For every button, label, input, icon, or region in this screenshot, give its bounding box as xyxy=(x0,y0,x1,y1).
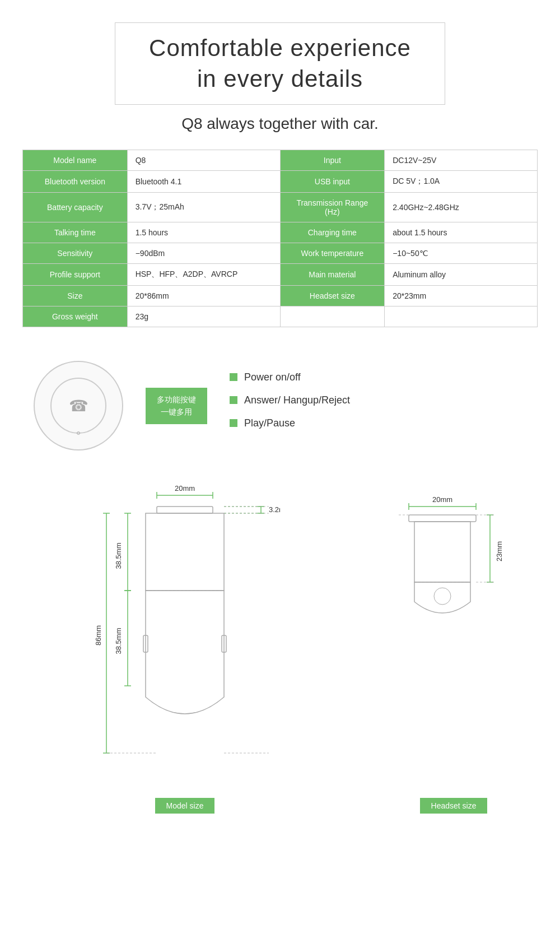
headset-size-label: Headset size xyxy=(420,798,488,814)
green-bullet xyxy=(230,373,237,381)
spec-label: Work temperature xyxy=(280,243,385,264)
spec-label: Sensitivity xyxy=(23,243,128,264)
table-row: Profile support HSP、HFP、A2DP、AVRCP Main … xyxy=(23,264,538,286)
spec-label: Charging time xyxy=(280,222,385,243)
table-row: Gross weight 23g xyxy=(23,306,538,327)
spec-label: Size xyxy=(23,286,128,306)
spec-label: Input xyxy=(280,150,385,171)
spec-label: Profile support xyxy=(23,264,128,286)
spec-value: DC12V~25V xyxy=(385,150,538,171)
list-item: Answer/ Hangup/Reject xyxy=(230,394,526,406)
spec-value: about 1.5 hours xyxy=(385,222,538,243)
svg-rect-23 xyxy=(146,513,224,591)
spec-value: 20*23mm xyxy=(385,286,538,306)
title-box: Comfortable experience in every details xyxy=(115,22,445,105)
spec-value: HSP、HFP、A2DP、AVRCP xyxy=(127,264,280,286)
feature-text: Play/Pause xyxy=(244,417,295,429)
subtitle: Q8 always together with car. xyxy=(11,115,549,133)
svg-text:23mm: 23mm xyxy=(495,541,503,561)
svg-text:38.5mm: 38.5mm xyxy=(114,628,123,654)
spec-value: DC 5V；1.0A xyxy=(385,171,538,193)
spec-value: −90dBm xyxy=(127,243,280,264)
dimensions-section: 20mm 3.2mm 38.5mm 38.5mm 86mm xyxy=(0,467,560,836)
spec-value: Aluminum alloy xyxy=(385,264,538,286)
model-size-diagram: 20mm 3.2mm 38.5mm 38.5mm 86mm xyxy=(22,479,347,814)
spec-label: Main material xyxy=(280,264,385,286)
spec-label: Transmission Range (Hz) xyxy=(280,193,385,222)
spec-value: 2.40GHz~2.48GHz xyxy=(385,193,538,222)
spec-value: −10~50℃ xyxy=(385,243,538,264)
spec-label: Headset size xyxy=(280,286,385,306)
spec-value: Q8 xyxy=(127,150,280,171)
feature-text: Answer/ Hangup/Reject xyxy=(244,394,350,406)
header-section: Comfortable experience in every details … xyxy=(0,0,560,150)
specs-table: Model name Q8 Input DC12V~25V Bluetooth … xyxy=(22,150,538,327)
spec-value: 23g xyxy=(127,306,280,327)
svg-rect-40 xyxy=(414,522,470,582)
spec-value: 1.5 hours xyxy=(127,222,280,243)
list-item: Power on/off xyxy=(230,371,526,383)
list-item: Play/Pause xyxy=(230,417,526,429)
spec-label: Talking time xyxy=(23,222,128,243)
button-label-line1: 多功能按键 xyxy=(157,393,196,406)
button-label-line2: 一键多用 xyxy=(157,406,196,418)
features-section: ☎ 多功能按键 一键多用 Power on/off Answer/ Hangup… xyxy=(0,344,560,467)
spec-value: 20*86mm xyxy=(127,286,280,306)
svg-text:20mm: 20mm xyxy=(175,484,195,493)
green-bullet xyxy=(230,419,237,427)
title-line2: in every details xyxy=(197,66,363,92)
spec-value: 3.7V；25mAh xyxy=(127,193,280,222)
features-list: Power on/off Answer/ Hangup/Reject Play/… xyxy=(230,371,526,440)
phone-icon: ☎ xyxy=(69,397,88,415)
specs-section: Model name Q8 Input DC12V~25V Bluetooth … xyxy=(0,150,560,344)
table-row: Battery capacity 3.7V；25mAh Transmission… xyxy=(23,193,538,222)
headset-size-diagram: 20mm 23mm Headset size xyxy=(370,479,538,814)
green-bullet xyxy=(230,396,237,404)
empty-cell xyxy=(280,306,385,327)
svg-point-41 xyxy=(434,588,451,605)
svg-rect-39 xyxy=(409,515,476,522)
table-row: Bluetooth version Bluetooth 4.1 USB inpu… xyxy=(23,171,538,193)
model-size-label: Model size xyxy=(155,798,215,814)
feature-text: Power on/off xyxy=(244,371,301,383)
svg-text:3.2mm: 3.2mm xyxy=(269,505,280,514)
spec-label: Bluetooth version xyxy=(23,171,128,193)
spec-label: Battery capacity xyxy=(23,193,128,222)
device-inner-circle: ☎ xyxy=(50,378,106,434)
circle-dot xyxy=(77,431,80,435)
table-row: Size 20*86mm Headset size 20*23mm xyxy=(23,286,538,306)
svg-text:38.5mm: 38.5mm xyxy=(114,543,123,569)
main-title: Comfortable experience in every details xyxy=(149,33,411,94)
button-label: 多功能按键 一键多用 xyxy=(146,388,207,424)
device-illustration: ☎ xyxy=(34,361,123,450)
spec-label: Gross weight xyxy=(23,306,128,327)
spec-label: Model name xyxy=(23,150,128,171)
table-row: Sensitivity −90dBm Work temperature −10~… xyxy=(23,243,538,264)
svg-text:20mm: 20mm xyxy=(432,495,452,504)
spec-value: Bluetooth 4.1 xyxy=(127,171,280,193)
table-row: Model name Q8 Input DC12V~25V xyxy=(23,150,538,171)
table-row: Talking time 1.5 hours Charging time abo… xyxy=(23,222,538,243)
title-line1: Comfortable experience xyxy=(149,35,411,61)
model-svg: 20mm 3.2mm 38.5mm 38.5mm 86mm xyxy=(90,479,280,792)
spec-label: USB input xyxy=(280,171,385,193)
svg-text:86mm: 86mm xyxy=(94,625,102,645)
headset-svg: 20mm 23mm xyxy=(381,479,526,792)
empty-cell xyxy=(385,306,538,327)
svg-rect-22 xyxy=(157,507,213,513)
